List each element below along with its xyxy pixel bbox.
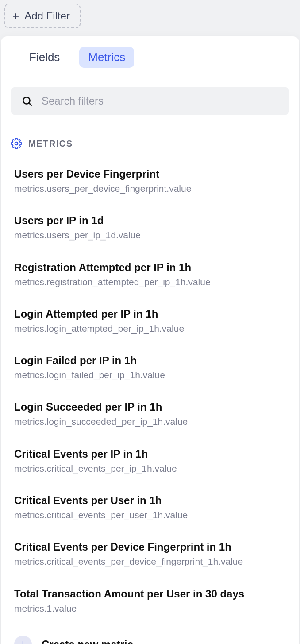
- metric-path: metrics.registration_attempted_per_ip_1h…: [14, 276, 286, 288]
- metric-item[interactable]: Critical Events per User in 1hmetrics.cr…: [14, 494, 286, 540]
- metric-item[interactable]: Total Transaction Amount per User in 30 …: [14, 587, 286, 634]
- metric-path: metrics.login_attempted_per_ip_1h.value: [14, 322, 286, 334]
- search-icon: [21, 95, 33, 107]
- add-filter-button[interactable]: + Add Filter: [4, 4, 81, 28]
- metric-path: metrics.users_per_device_fingerprint.val…: [14, 182, 286, 194]
- metric-item[interactable]: Login Succeeded per IP in 1hmetrics.logi…: [14, 400, 286, 447]
- metric-path: metrics.critical_events_per_ip_1h.value: [14, 462, 286, 474]
- metric-name: Users per IP in 1d: [14, 214, 286, 227]
- metric-name: Login Succeeded per IP in 1h: [14, 400, 286, 414]
- metric-name: Total Transaction Amount per User in 30 …: [14, 587, 286, 601]
- metric-item[interactable]: Login Attempted per IP in 1hmetrics.logi…: [14, 307, 286, 354]
- metric-list: Users per Device Fingerprintmetrics.user…: [1, 167, 299, 634]
- metric-path: metrics.login_failed_per_ip_1h.value: [14, 369, 286, 381]
- metric-item[interactable]: Registration Attempted per IP in 1hmetri…: [14, 261, 286, 307]
- metric-item[interactable]: Login Failed per IP in 1hmetrics.login_f…: [14, 354, 286, 400]
- gear-icon: [11, 138, 22, 149]
- add-filter-label: Add Filter: [24, 10, 70, 22]
- search-wrap: [1, 77, 299, 124]
- metric-item[interactable]: Critical Events per IP in 1hmetrics.crit…: [14, 447, 286, 494]
- svg-point-2: [15, 142, 18, 145]
- tab-fields[interactable]: Fields: [20, 47, 69, 68]
- tab-label: Fields: [29, 50, 60, 64]
- metric-item[interactable]: Users per IP in 1dmetrics.users_per_ip_1…: [14, 214, 286, 260]
- metric-name: Login Attempted per IP in 1h: [14, 307, 286, 321]
- svg-line-1: [29, 103, 31, 105]
- search-input[interactable]: [42, 95, 279, 107]
- metric-item[interactable]: Critical Events per Device Fingerprint i…: [14, 540, 286, 587]
- tab-metrics[interactable]: Metrics: [79, 47, 134, 68]
- metric-name: Critical Events per User in 1h: [14, 494, 286, 507]
- filter-dropdown-panel: Fields Metrics METRICS Users per Device …: [1, 36, 299, 644]
- metric-name: Login Failed per IP in 1h: [14, 354, 286, 367]
- metric-name: Critical Events per IP in 1h: [14, 447, 286, 461]
- create-new-metric-button[interactable]: + Create new metric: [1, 634, 299, 644]
- tab-row: Fields Metrics: [1, 36, 299, 77]
- section-title: METRICS: [28, 139, 73, 149]
- metric-path: metrics.login_succeeded_per_ip_1h.value: [14, 415, 286, 427]
- metric-path: metrics.users_per_ip_1d.value: [14, 229, 286, 241]
- section-divider: [11, 154, 289, 154]
- section-header: METRICS: [1, 124, 299, 154]
- metric-name: Critical Events per Device Fingerprint i…: [14, 540, 286, 554]
- metric-path: metrics.critical_events_per_device_finge…: [14, 555, 286, 567]
- tab-label: Metrics: [88, 50, 125, 64]
- search-box[interactable]: [11, 87, 289, 115]
- metric-item[interactable]: Users per Device Fingerprintmetrics.user…: [14, 167, 286, 214]
- plus-circle-icon: +: [14, 636, 32, 644]
- plus-icon: +: [12, 10, 19, 22]
- create-new-metric-label: Create new metric: [42, 638, 133, 644]
- metric-name: Users per Device Fingerprint: [14, 167, 286, 181]
- metric-path: metrics.1.value: [14, 602, 286, 614]
- metric-path: metrics.critical_events_per_user_1h.valu…: [14, 509, 286, 521]
- metric-name: Registration Attempted per IP in 1h: [14, 261, 286, 274]
